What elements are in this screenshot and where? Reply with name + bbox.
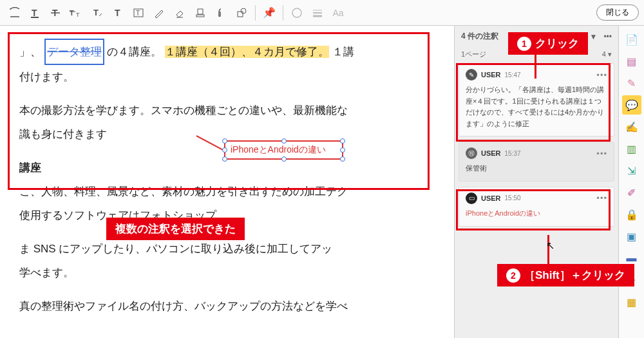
svg-rect-16 [196,15,204,17]
comment-user: USER [481,149,501,157]
svg-point-0 [10,8,11,10]
doc-text: 付けます。 [19,71,74,83]
cursor-icon: ↖ [546,239,554,252]
comment-menu-icon[interactable]: ••• [596,193,607,203]
svg-line-10 [99,14,102,16]
filter-icon[interactable]: ▼ [590,32,598,41]
protect-icon[interactable]: 🔒 [622,205,641,224]
svg-text:T: T [136,10,140,17]
comment-menu-icon[interactable]: ••• [596,70,607,80]
comment-time: 15:37 [505,150,521,157]
tutorial-connector-1 [535,53,536,79]
svg-text:T: T [76,12,80,18]
underline-tool-icon[interactable] [5,3,24,23]
svg-text:T: T [70,9,74,17]
avatar-icon: ▭ [466,192,477,204]
callout-annotation[interactable]: iPhoneとAndroidの違い [224,140,343,160]
doc-text: 本の撮影方法を学びます。スマホの機種ごとの違いや、最新機能な [19,104,348,117]
step-number-1: 1 [517,37,531,51]
comment-user: USER [481,71,501,79]
comment-body: 分かりづらい。「各講座は、毎週1時間の講座×４回です。1回に受けられる講座は１つ… [466,84,607,129]
tutorial-label-click: 1 クリック [508,32,588,55]
doc-text: 真の整理術やファイル名の付け方、バックアップの方法などを学べ [19,300,348,312]
annotation-toolbar: T T TT T T T 📌 Aa 閉じる [0,0,644,26]
doc-text: こ、人物、料理、風景など、素材の魅力を引き出すための加工テク [19,185,348,198]
comment-item[interactable]: ㊗ USER 15:37 ••• 保管術 [459,142,614,182]
tutorial-label-shift-click: 2 ［Shift］＋クリック [497,264,634,286]
more-tools-icon[interactable]: ▦ [622,292,641,312]
comment-menu-icon[interactable]: ••• [596,149,607,158]
avatar-icon: ✎ [466,69,477,80]
comment-tool-icon[interactable]: 💬 [622,95,641,115]
document-viewport[interactable]: 」、 データ整理 の４講座。 １講座（４回）、４カ月で修了。 １講 付けます。 … [0,26,454,338]
replace-text-icon[interactable]: TT [67,3,86,23]
eraser-icon[interactable] [170,3,189,23]
fill-sign-icon[interactable]: ✍ [622,117,641,136]
highlight-annotation[interactable]: １講座（４回）、４カ月で修了。 [165,46,329,58]
close-button[interactable]: 閉じる [596,5,639,21]
svg-rect-15 [198,9,203,14]
comments-list[interactable]: ✎ USER 15:47 ••• 分かりづらい。「各講座は、毎週1時間の講座×４… [455,63,618,338]
tutorial-label-multiselect: 複数の注釈を選択できた [106,218,245,240]
page-comment-count[interactable]: 4 ▾ [602,50,612,59]
color-swatch-icon[interactable] [287,3,307,23]
organize-icon[interactable]: ▥ [622,139,641,158]
svg-text:T: T [32,8,37,18]
strikethrough-annotation[interactable]: データ整理 [44,39,104,65]
doc-text: 識も身に付きます [19,128,107,140]
export-icon[interactable]: ⇲ [622,161,641,180]
avatar-icon: ㊗ [466,147,477,159]
doc-text: ま SNS にアップしたり、パソコンに取り込み後に加工してアッ [19,243,332,255]
comment-time: 15:47 [505,71,521,79]
strikethrough-icon[interactable]: T [46,3,66,23]
svg-text:T: T [93,8,99,17]
text-box-icon[interactable]: T [129,3,148,23]
svg-rect-17 [238,12,243,17]
doc-text: １講 [332,46,354,58]
compress-icon[interactable]: ▣ [622,227,641,246]
insert-text-icon[interactable]: T [88,3,107,23]
doc-heading: 講座 [19,162,41,174]
comment-body: iPhoneとAndroidの違い [466,208,607,220]
svg-point-18 [241,8,246,14]
add-text-icon[interactable]: T [108,3,128,23]
doc-text: 学べます。 [19,267,74,279]
font-icon[interactable]: Aa [328,3,348,23]
comment-item[interactable]: ✎ USER 15:47 ••• 分かりづらい。「各講座は、毎週1時間の講座×４… [459,63,614,136]
edit-pdf-icon[interactable]: ✎ [622,73,641,93]
send-icon[interactable]: ✐ [622,183,641,202]
comment-user: USER [481,194,501,202]
shapes-icon[interactable] [232,3,251,23]
create-pdf-icon[interactable]: 📄 [622,30,641,49]
page-label: 1ページ [461,50,486,59]
right-tool-rail: 📄 ▤ ✎ 💬 ✍ ▥ ⇲ ✐ 🔒 ▣ ▬ ✒ ▦ [618,26,644,338]
pencil-icon[interactable] [149,3,169,23]
attach-icon[interactable] [211,3,231,23]
doc-text: の４講座。 [107,46,162,58]
more-icon[interactable]: ••• [603,32,612,41]
pin-icon[interactable]: 📌 [260,3,279,23]
highlight-text-icon[interactable]: T [26,3,45,23]
svg-text:T: T [115,8,120,18]
comment-body: 保管術 [466,163,607,174]
doc-text: 」、 [19,46,41,58]
stamp-icon[interactable] [191,3,210,23]
comment-item[interactable]: ▭ USER 15:50 ••• iPhoneとAndroidの違い [459,187,614,227]
line-weight-icon[interactable] [308,3,327,23]
step-number-2: 2 [506,268,520,283]
combine-icon[interactable]: ▤ [622,52,641,71]
comment-time: 15:50 [505,194,521,202]
svg-point-19 [292,8,301,17]
comment-count: 4 件の注釈 [461,31,498,42]
callout-text: iPhoneとAndroidの違い [231,144,326,155]
